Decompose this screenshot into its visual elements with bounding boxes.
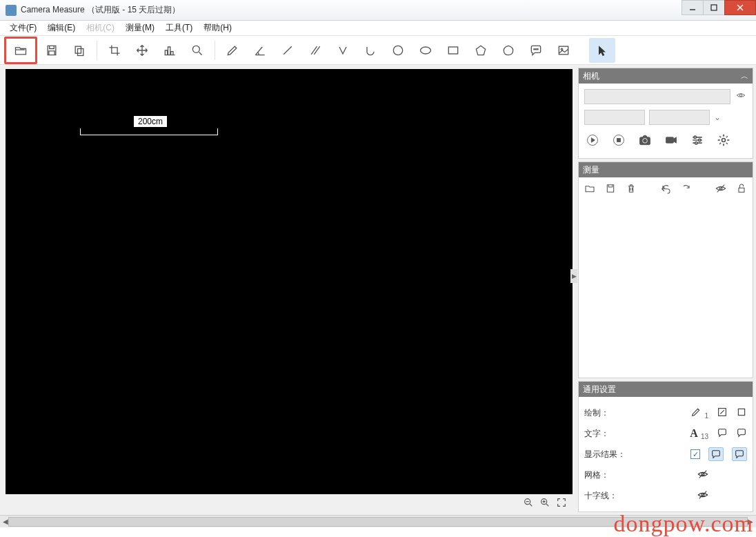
menu-edit[interactable]: 编辑(E) <box>42 21 81 35</box>
close-button[interactable] <box>724 0 756 15</box>
zoom-button[interactable] <box>184 38 210 63</box>
comment-tool[interactable] <box>523 38 549 63</box>
toolbar-separator <box>97 41 97 60</box>
main-toolbar <box>0 36 756 65</box>
svg-point-7 <box>393 46 402 55</box>
menu-help[interactable]: 帮助(H) <box>198 21 237 35</box>
horizontal-scrollbar[interactable]: ◀ ▶ <box>0 515 756 527</box>
text-label: 文字： <box>584 428 637 440</box>
menu-tool[interactable]: 工具(T) <box>160 21 198 35</box>
camera-panel: 相机 ︿ ⌄ <box>578 68 753 159</box>
svg-rect-23 <box>666 137 674 143</box>
scroll-track[interactable] <box>8 517 748 527</box>
camera-select[interactable] <box>584 89 730 104</box>
scroll-left-button[interactable]: ◀ <box>3 518 8 525</box>
circle-tool[interactable] <box>385 38 411 63</box>
maximize-button[interactable] <box>703 0 725 15</box>
pencil-tool[interactable] <box>219 38 246 63</box>
histogram-button[interactable] <box>157 38 183 63</box>
menu-camera[interactable]: 相机(C) <box>81 21 120 35</box>
crosshair-label: 十字线： <box>584 490 637 502</box>
ellipse-tool[interactable] <box>412 38 439 63</box>
crop-button[interactable] <box>101 38 128 63</box>
pointer-tool[interactable] <box>589 38 615 63</box>
crosshair-visibility-icon[interactable] <box>697 489 708 502</box>
zoom-in-button[interactable] <box>539 497 550 511</box>
play-button[interactable] <box>586 133 599 150</box>
gear-button[interactable] <box>717 133 730 150</box>
toolbar-separator <box>215 41 215 60</box>
save-button[interactable] <box>39 38 65 63</box>
show-result-label: 显示结果： <box>584 449 637 460</box>
parallel-lines-tool[interactable] <box>302 38 328 63</box>
undo-button[interactable] <box>660 183 671 197</box>
panel-expand-handle[interactable]: ▶ <box>570 269 577 283</box>
scale-bar <box>80 128 218 135</box>
result-style-filled[interactable] <box>708 447 724 461</box>
open-measure-button[interactable] <box>584 183 595 197</box>
settings-panel-title: 通用设置 <box>583 384 616 396</box>
copy-button[interactable] <box>66 38 92 63</box>
record-button[interactable] <box>664 133 678 150</box>
pencil-icon[interactable] <box>690 407 702 420</box>
resolution-select[interactable] <box>584 110 645 125</box>
image-tool[interactable] <box>550 38 577 63</box>
app-icon <box>6 5 17 16</box>
rectangle-tool[interactable] <box>440 38 466 63</box>
measure-list[interactable] <box>579 202 753 354</box>
camera-panel-header[interactable]: 相机 ︿ <box>579 68 753 84</box>
text-size-value: 13 <box>701 433 708 440</box>
grid-label: 网格： <box>584 469 637 481</box>
scroll-right-button[interactable]: ▶ <box>748 518 753 525</box>
comment-filled-icon[interactable] <box>717 427 728 440</box>
redo-button[interactable] <box>681 183 692 197</box>
visibility-icon[interactable] <box>735 90 747 103</box>
svg-rect-1 <box>711 5 717 10</box>
svg-line-36 <box>699 491 707 498</box>
settings-panel: 通用设置 绘制： 1 文字： A13 <box>578 381 753 512</box>
svg-point-11 <box>535 48 536 49</box>
settings-panel-header[interactable]: 通用设置 <box>579 382 753 397</box>
move-button[interactable] <box>129 38 155 63</box>
svg-point-6 <box>192 46 199 52</box>
svg-point-10 <box>534 48 535 49</box>
menu-bar: 文件(F) 编辑(E) 相机(C) 测量(M) 工具(T) 帮助(H) <box>0 21 756 36</box>
angle-tool[interactable] <box>247 38 273 63</box>
pentagon-tool[interactable] <box>468 38 494 63</box>
format-select[interactable] <box>649 110 710 125</box>
fill-square-icon[interactable] <box>736 407 747 420</box>
result-style-outline[interactable] <box>732 447 747 461</box>
svg-point-24 <box>694 136 696 138</box>
svg-point-17 <box>739 94 742 97</box>
stop-button[interactable] <box>612 133 626 150</box>
collapse-icon[interactable]: ︿ <box>741 71 748 81</box>
snapshot-button[interactable] <box>638 133 652 150</box>
lock-button[interactable] <box>736 183 747 197</box>
measure-panel-title: 测量 <box>583 164 599 176</box>
arc-tool[interactable] <box>357 38 384 63</box>
line-tool[interactable] <box>275 38 301 63</box>
comment-outline-icon[interactable] <box>736 427 747 440</box>
minimize-button[interactable] <box>682 0 704 15</box>
measure-panel-header[interactable]: 测量 <box>579 162 753 177</box>
font-icon[interactable]: A <box>690 427 698 440</box>
save-measure-button[interactable] <box>605 183 616 197</box>
canvas[interactable]: 200cm <box>6 69 573 494</box>
open-button[interactable] <box>4 37 37 64</box>
settings-sliders-button[interactable] <box>690 133 704 150</box>
window-controls <box>682 0 756 15</box>
expand-icon[interactable]: ⌄ <box>714 113 721 122</box>
svg-rect-5 <box>78 48 83 55</box>
fullscreen-button[interactable] <box>556 497 567 511</box>
visibility-toggle-button[interactable] <box>715 183 726 197</box>
grid-visibility-icon[interactable] <box>697 469 708 482</box>
polygon-tool[interactable] <box>495 38 521 63</box>
menu-file[interactable]: 文件(F) <box>4 21 42 35</box>
show-result-checkbox[interactable]: ✓ <box>690 449 700 459</box>
delete-measure-button[interactable] <box>626 183 637 197</box>
menu-measure[interactable]: 测量(M) <box>120 21 160 35</box>
edit-square-icon[interactable] <box>717 407 728 420</box>
zoom-out-button[interactable] <box>523 497 534 511</box>
title-bar: Camera Measure （试用版 - 15 天后过期） <box>0 0 756 21</box>
angle2-tool[interactable] <box>330 38 356 63</box>
